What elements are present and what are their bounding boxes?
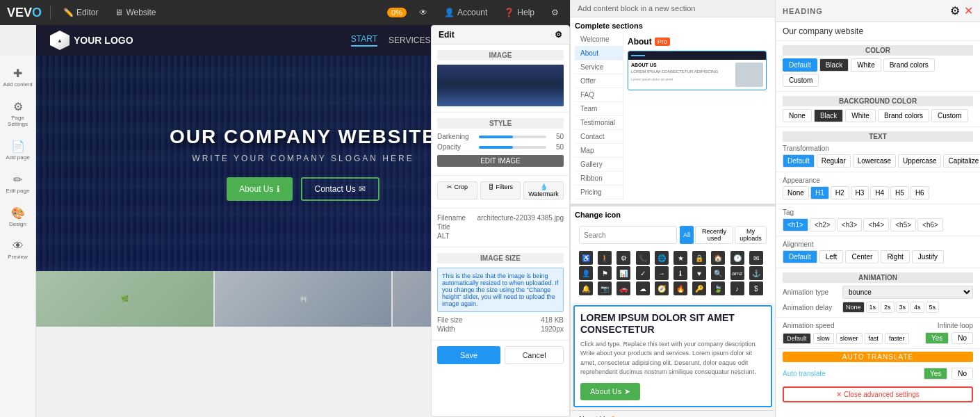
crop-button[interactable]: ✂ Crop [437,181,477,199]
align-left[interactable]: Left [819,250,844,263]
icon-wheelchair[interactable]: ♿ [579,251,593,265]
section-map[interactable]: Map [575,144,623,158]
icon-chart[interactable]: 📊 [616,266,630,280]
appear-h4[interactable]: H4 [870,186,889,199]
section-pricing[interactable]: Pricing [575,186,623,199]
watermark-button[interactable]: 💧 Watermark [523,181,564,199]
icon-cloud[interactable]: ☁ [636,281,650,295]
gear-icon[interactable]: ⚙ [555,30,562,40]
delay-2s[interactable]: 2s [881,302,895,313]
icon-dollar[interactable]: $ [749,281,763,295]
icon-user[interactable]: 👤 [579,266,593,280]
filter-recent-button[interactable]: Recently used [695,226,733,244]
icon-heart[interactable]: ♥ [692,266,706,280]
preview-icon[interactable]: 👁 [415,6,432,19]
nav-services[interactable]: SERVICES [389,35,430,45]
color-custom-button[interactable]: Custom [783,74,819,87]
icon-flag[interactable]: ⚑ [598,266,612,280]
align-justify[interactable]: Justify [912,250,944,263]
section-contact[interactable]: Contact [575,130,623,144]
transform-regular[interactable]: Regular [817,154,851,167]
section-team[interactable]: Team [575,102,623,116]
transform-lowercase[interactable]: Lowercase [853,154,896,167]
bg-custom-button[interactable]: Custom [931,109,967,122]
section-about[interactable]: About [575,47,623,60]
delay-4s[interactable]: 4s [910,302,924,313]
preview-tool[interactable]: 👁 Preview [0,234,35,265]
opacity-slider[interactable] [479,146,546,149]
settings-gear-icon[interactable]: ⚙ [950,4,960,17]
tag-h1[interactable]: <h1> [783,218,808,231]
appear-h5[interactable]: H5 [890,186,909,199]
icon-clock[interactable]: 🕐 [730,251,744,265]
align-default[interactable]: Default [783,250,817,263]
tag-h5[interactable]: <h5> [890,218,916,231]
icon-music[interactable]: ♪ [730,281,744,295]
appear-h3[interactable]: H3 [851,186,869,199]
edit-page-tool[interactable]: ✏ Edit page [0,167,35,199]
add-page-tool[interactable]: 📄 Add page [0,134,35,166]
loop-no[interactable]: No [952,332,973,344]
section-gallery[interactable]: Gallery [575,158,623,172]
filter-all-button[interactable]: All [680,226,694,244]
section-ribbon[interactable]: Ribbon [575,172,623,186]
darkening-slider[interactable] [479,136,546,138]
edit-image-button[interactable]: EDIT IMAGE [437,155,564,167]
tag-h2[interactable]: <h2> [810,218,835,231]
editor-button[interactable]: ✏️Editor [59,6,102,19]
tag-h6[interactable]: <h6> [917,218,943,231]
section-offer[interactable]: Offer [575,74,623,88]
tag-h3[interactable]: <h3> [837,218,863,231]
save-button[interactable]: Save [437,346,500,364]
about-us-cta-button[interactable]: About Us ➤ [580,383,640,400]
icon-person[interactable]: 🚶 [598,251,612,265]
design-tool[interactable]: 🎨 Design [0,201,35,233]
contact-us-button[interactable]: Contact Us ✉ [301,177,379,201]
tag-h4[interactable]: <h4> [863,218,889,231]
transform-uppercase[interactable]: Uppercase [898,154,941,167]
icon-phone[interactable]: 📞 [636,251,650,265]
align-center[interactable]: Center [845,250,879,263]
icon-bell[interactable]: 🔔 [579,281,593,295]
close-advanced-button[interactable]: ✕ Close advanced settings [783,386,973,402]
appear-h1[interactable]: H1 [810,186,829,199]
icon-search-input[interactable] [579,226,677,244]
align-right[interactable]: Right [881,250,909,263]
loop-yes[interactable]: Yes [925,332,949,344]
icon-compass[interactable]: 🧭 [655,281,669,295]
nav-start[interactable]: START [351,34,377,47]
bg-brand-button[interactable]: Brand colors [878,109,929,122]
auto-translate-no[interactable]: No [952,368,973,379]
close-icon[interactable]: ✕ [964,4,973,17]
icon-camera[interactable]: 📷 [598,281,612,295]
section-welcome[interactable]: Welcome [575,33,623,47]
color-brand-button[interactable]: Brand colors [883,58,935,72]
speed-slow[interactable]: slow [813,333,834,344]
icon-anchor[interactable]: ⚓ [749,266,763,280]
appear-h6[interactable]: H6 [910,186,929,199]
section-faq[interactable]: FAQ [575,88,623,102]
speed-slower[interactable]: slower [836,333,863,344]
speed-fast[interactable]: fast [865,333,883,344]
transform-capitalize[interactable]: Capitalize [943,154,980,167]
auto-translate-yes[interactable]: Yes [924,368,947,379]
settings-icon[interactable]: ⚙ [547,6,563,19]
icon-search[interactable]: 🔍 [711,266,725,280]
website-button[interactable]: 🖥Website [111,6,160,19]
animation-type-select[interactable]: bounce [842,286,973,299]
delay-1s[interactable]: 1s [866,302,880,313]
icon-home[interactable]: 🏠 [711,251,725,265]
color-default-button[interactable]: Default [783,58,817,72]
delay-none[interactable]: None [842,302,865,313]
icon-check[interactable]: ✓ [636,266,650,280]
icon-amazon[interactable]: amz [730,266,744,280]
bg-black-button[interactable]: Black [814,109,843,122]
icon-info[interactable]: ℹ [673,266,687,280]
icon-mail[interactable]: ✉ [749,251,763,265]
color-black-button[interactable]: Black [819,58,849,72]
speed-faster[interactable]: faster [885,333,909,344]
page-settings-tool[interactable]: ⚙ Page Settings [0,95,35,133]
add-content-tool[interactable]: ✚ Add content [0,61,35,93]
filters-button[interactable]: 🎛 Filters [480,181,521,199]
delay-5s[interactable]: 5s [926,302,940,313]
